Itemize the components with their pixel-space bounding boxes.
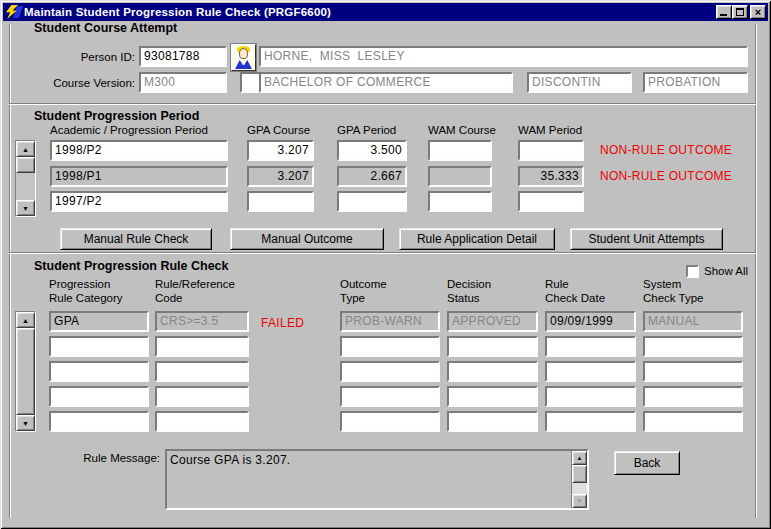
column-header-system-check-type: System Check Type: [643, 277, 704, 305]
period-field[interactable]: 1998/P2: [50, 140, 228, 161]
attempt-status-field[interactable]: DISCONTIN: [527, 72, 632, 93]
wam-course-field[interactable]: [428, 166, 492, 187]
wam-course-field[interactable]: [428, 191, 492, 212]
outcome-text: NON-RULE OUTCOME: [600, 143, 732, 157]
system-check-type-field[interactable]: [643, 361, 743, 382]
outcome-type-field[interactable]: [340, 386, 440, 407]
column-header-outcome-type: Outcome Type: [340, 277, 387, 305]
period-scrollbar-thumb[interactable]: [16, 157, 35, 173]
person-lookup-button[interactable]: [231, 44, 256, 71]
rule-category-field[interactable]: [49, 361, 149, 382]
outcome-type-field[interactable]: [340, 411, 440, 432]
wam-course-field[interactable]: [428, 140, 492, 161]
system-check-type-field[interactable]: MANUAL: [643, 311, 743, 332]
rule-code-field[interactable]: [155, 411, 249, 432]
rule-category-field[interactable]: [49, 336, 149, 357]
decision-status-field[interactable]: [447, 411, 538, 432]
gpa-course-field[interactable]: [247, 191, 314, 212]
section-divider-1: [9, 103, 756, 105]
rule-code-field[interactable]: [155, 336, 249, 357]
rule-code-field[interactable]: [155, 361, 249, 382]
rule-code-field[interactable]: [155, 386, 249, 407]
outcome-type-field[interactable]: [340, 336, 440, 357]
period-scroll-up-button[interactable]: ▲: [16, 141, 35, 157]
column-header-rule-check-date: Rule Check Date: [545, 277, 605, 305]
rule-application-detail-button[interactable]: Rule Application Detail: [399, 228, 555, 250]
course-attempt-heading: Student Course Attempt: [34, 21, 177, 35]
system-check-type-field[interactable]: [643, 411, 743, 432]
rule-category-field[interactable]: [49, 386, 149, 407]
period-scroll-down-button[interactable]: ▼: [16, 200, 35, 216]
message-scroll-down-button[interactable]: ▼: [572, 494, 587, 508]
arrow-down-icon: ▼: [577, 498, 583, 504]
decision-status-field[interactable]: [447, 361, 538, 382]
wam-period-field[interactable]: [518, 191, 584, 212]
rule-message-box[interactable]: Course GPA is 3.207. ▲ ▼: [165, 449, 589, 510]
decision-status-field[interactable]: APPROVED: [447, 311, 538, 332]
maximize-icon: [736, 8, 744, 16]
gpa-course-field[interactable]: 3.207: [247, 166, 314, 187]
check-date-field[interactable]: [545, 386, 636, 407]
column-header-decision-status: Decision Status: [447, 277, 491, 305]
rule-check-scrollbar: ▲ ▼: [15, 311, 36, 432]
minimize-button[interactable]: [716, 5, 732, 19]
rule-check-scroll-up-button[interactable]: ▲: [16, 312, 35, 328]
progression-period-heading: Student Progression Period: [34, 109, 199, 123]
check-date-field[interactable]: [545, 361, 636, 382]
course-title-field[interactable]: BACHELOR OF COMMERCE: [259, 72, 513, 93]
rule-category-field[interactable]: [49, 411, 149, 432]
minimize-icon: [720, 14, 727, 16]
rule-result-text: FAILED: [261, 316, 304, 330]
gpa-period-field[interactable]: 2.667: [337, 166, 407, 187]
decision-status-field[interactable]: [447, 386, 538, 407]
column-header-period: Academic / Progression Period: [50, 124, 208, 136]
wam-period-field[interactable]: 35.333: [518, 166, 584, 187]
column-header-wam-course: WAM Course: [428, 124, 496, 136]
maximize-button[interactable]: [732, 5, 748, 19]
manual-outcome-button[interactable]: Manual Outcome: [230, 228, 384, 250]
check-date-field[interactable]: [545, 411, 636, 432]
system-check-type-field[interactable]: [643, 336, 743, 357]
student-unit-attempts-button[interactable]: Student Unit Attempts: [570, 228, 723, 250]
column-header-gpa-course: GPA Course: [247, 124, 310, 136]
period-field[interactable]: 1998/P1: [50, 166, 228, 187]
message-scrollbar-thumb[interactable]: [572, 465, 587, 483]
gpa-course-field[interactable]: 3.207: [247, 140, 314, 161]
person-name-field[interactable]: HORNE, MISS LESLEY: [259, 46, 748, 67]
course-code-field[interactable]: M300: [139, 72, 227, 93]
rule-check-scrollbar-thumb[interactable]: [16, 328, 35, 415]
column-header-gpa-period: GPA Period: [337, 124, 396, 136]
progression-status-field[interactable]: PROBATION: [643, 72, 748, 93]
show-all-label: Show All: [704, 265, 748, 277]
frame-left-line: [9, 24, 11, 518]
check-date-field[interactable]: 09/09/1999: [545, 311, 636, 332]
check-date-field[interactable]: [545, 336, 636, 357]
gpa-period-field[interactable]: 3.500: [337, 140, 407, 161]
arrow-down-icon: ▼: [22, 205, 29, 212]
manual-rule-check-button[interactable]: Manual Rule Check: [60, 228, 212, 250]
wam-period-field[interactable]: [518, 140, 584, 161]
close-button[interactable]: ×: [750, 5, 766, 19]
title-bar: Maintain Student Progression Rule Check …: [3, 3, 768, 21]
period-scrollbar: ▲ ▼: [15, 140, 36, 217]
period-field[interactable]: 1997/P2: [50, 191, 228, 212]
decision-status-field[interactable]: [447, 336, 538, 357]
application-window: Maintain Student Progression Rule Check …: [0, 0, 771, 529]
system-check-type-field[interactable]: [643, 386, 743, 407]
window-title: Maintain Student Progression Rule Check …: [24, 6, 331, 18]
rule-category-field[interactable]: GPA: [49, 311, 149, 332]
outcome-type-field[interactable]: [340, 361, 440, 382]
outcome-type-field[interactable]: PROB-WARN: [340, 311, 440, 332]
arrow-down-icon: ▼: [22, 420, 29, 427]
gpa-period-field[interactable]: [337, 191, 407, 212]
arrow-up-icon: ▲: [22, 317, 29, 324]
person-id-field[interactable]: 93081788: [139, 46, 227, 67]
rule-code-field[interactable]: CRS>=3.5: [155, 311, 249, 332]
rule-check-scroll-down-button[interactable]: ▼: [16, 415, 35, 431]
window-controls: ×: [716, 5, 766, 19]
section-divider-2: [9, 252, 756, 254]
rule-message-scrollbar: ▲ ▼: [571, 451, 587, 508]
app-icon: [5, 5, 21, 19]
back-button[interactable]: Back: [614, 451, 680, 475]
message-scroll-up-button[interactable]: ▲: [572, 451, 587, 465]
